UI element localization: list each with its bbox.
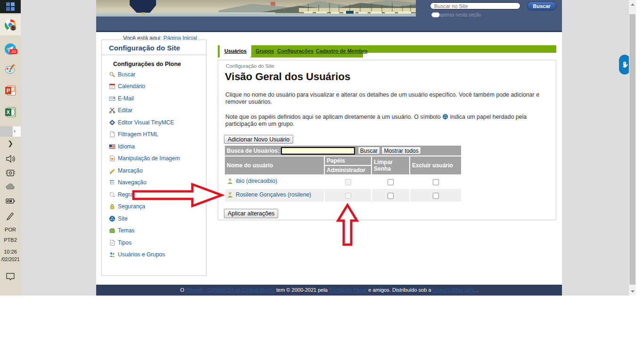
powerpoint-taskbar-button[interactable]: P	[0, 80, 21, 101]
sidebar-item-email[interactable]: E-Mail	[102, 92, 206, 105]
battery-icon[interactable]	[0, 197, 21, 206]
site-banner: Buscar apenas nesta seção	[96, 0, 562, 32]
tab-cadastro-de-membro[interactable]: Cadastro de Membro	[311, 45, 372, 58]
footer-text: O	[180, 287, 186, 293]
column-roles: Papéis	[325, 156, 371, 165]
taskbar: .21 P X	[0, 0, 21, 296]
admin-role-checkbox-ibio	[345, 179, 351, 185]
site-logo[interactable]	[130, 0, 157, 14]
apply-changes-button[interactable]: Aplicar alterações	[224, 209, 278, 218]
table-row: Rosilene Gonçalves (rosilene)	[225, 189, 461, 202]
document-icon	[109, 131, 116, 138]
footer-text: .	[475, 287, 478, 293]
rules-icon	[109, 191, 116, 198]
vertical-scrollbar[interactable]	[629, 0, 636, 296]
reset-password-checkbox-ibio[interactable]	[388, 179, 394, 185]
telegram-badge: .21	[9, 49, 17, 54]
paint-taskbar-button[interactable]	[0, 58, 21, 79]
types-icon	[109, 239, 116, 246]
clock-time[interactable]: 10:26	[0, 249, 21, 255]
user-search-row: Busca de Usuários: Buscar Mostrar todos	[225, 146, 461, 156]
paint-icon	[4, 63, 17, 75]
sidebar-item-label: Filtragem HTML	[118, 131, 158, 138]
user-name: Rosilene Gonçalves (rosilene)	[236, 191, 311, 198]
chrome-icon	[4, 18, 17, 32]
scrollbar-thumb[interactable]	[629, 14, 636, 285]
user-search-input[interactable]	[281, 147, 355, 155]
excel-taskbar-button[interactable]: X	[0, 102, 21, 123]
add-new-user-button[interactable]: Adicionar Novo Usuário	[224, 135, 293, 144]
site-search: Buscar apenas nesta seção	[430, 2, 557, 31]
notifications-icon[interactable]	[0, 272, 21, 283]
plone-page: Buscar apenas nesta seção Você está aqui…	[96, 0, 562, 296]
sidebar-item-temas[interactable]: Temas	[102, 225, 206, 237]
section-only-label: apenas nesta seção	[439, 12, 481, 17]
sidebar-item-site[interactable]: Site	[102, 213, 206, 225]
sidebar-item-calendario[interactable]: Calendário	[102, 81, 206, 93]
show-all-button[interactable]: Mostrar todos	[381, 147, 421, 155]
tablet-icon[interactable]	[0, 169, 21, 179]
footer-foundation-link[interactable]: Fundação Plone	[329, 287, 367, 293]
scroll-down-arrow[interactable]	[629, 288, 636, 295]
email-icon	[109, 95, 116, 102]
language-indicator-line2[interactable]: PTB2	[0, 237, 21, 243]
svg-text:X: X	[7, 109, 10, 115]
tab-usuarios[interactable]: Usuários	[220, 45, 251, 58]
sidebar-item-buscar[interactable]: Buscar	[102, 68, 206, 81]
users-icon	[109, 251, 116, 258]
site-footer: O Plone® - CMS/WCM de Código Aberto tem …	[96, 285, 562, 296]
sidebar-item-usuarios-e-grupos[interactable]: Usuários e Grupos	[102, 249, 206, 261]
parent-site-setup-link[interactable]: Configuração do Site	[226, 63, 274, 69]
users-table-header: Nome do usuário Papéis Limpar Senha Excl…	[225, 156, 461, 165]
footer-license-link[interactable]: Licença GNU GPL	[433, 287, 475, 293]
site-search-input[interactable]	[430, 2, 520, 9]
site-search-button[interactable]: Buscar	[527, 1, 556, 10]
hand-icon	[621, 61, 628, 68]
chrome-taskbar-button[interactable]	[0, 15, 21, 35]
sidebar-item-idioma[interactable]: Idioma	[102, 140, 206, 153]
sidebar-item-editor-visual-tinymce[interactable]: Editor Visual TinyMCE	[102, 116, 206, 129]
tinymce-icon	[109, 119, 116, 126]
taskbar-overflow[interactable]: ›	[0, 126, 21, 137]
volume-icon[interactable]	[0, 155, 21, 165]
sidebar-item-label: Editor Visual TinyMCE	[118, 119, 174, 126]
clock-date[interactable]: /02/2021	[0, 257, 21, 262]
note-paragraph: Note que os papéis definidos aqui se apl…	[225, 114, 552, 128]
chevron-right-icon[interactable]: ❯	[0, 140, 21, 147]
table-row: ibio (direcaoibio)	[225, 175, 461, 188]
user-icon	[227, 178, 233, 184]
sidebar-item-label: Usuários e Grupos	[118, 251, 165, 258]
flag-icon	[109, 143, 116, 150]
site-icon	[109, 215, 116, 222]
start-button[interactable]	[0, 0, 21, 13]
user-search-button[interactable]: Buscar	[358, 147, 380, 155]
reset-password-checkbox-rosilene[interactable]	[388, 193, 394, 199]
portlet-section-title: Configurações do Plone	[102, 55, 206, 68]
sidebar-item-marcacao[interactable]: Marcação	[102, 165, 206, 177]
sidebar-item-editar[interactable]: Editar	[102, 105, 206, 117]
pen-icon[interactable]	[0, 211, 21, 222]
user-name: ibio (direcaoibio)	[236, 178, 277, 184]
cloud-icon[interactable]	[0, 183, 21, 192]
delete-user-checkbox-ibio[interactable]	[433, 179, 439, 185]
scroll-up-arrow[interactable]	[629, 1, 636, 8]
admin-role-checkbox-rosilene	[345, 193, 351, 199]
user-link-ibio[interactable]: ibio (direcaoibio)	[227, 178, 277, 184]
sidebar-item-filtragem-html[interactable]: Filtragem HTML	[102, 129, 206, 141]
portlet-title: Configuração do Site	[102, 40, 206, 55]
page-title: Visão Geral dos Usuários	[225, 71, 350, 83]
footer-text: tem © 2000-2021 pela	[275, 287, 329, 293]
user-link-rosilene[interactable]: Rosilene Gonçalves (rosilene)	[227, 191, 311, 198]
sidebar-item-label: Tipos	[118, 239, 132, 246]
scissors-icon	[109, 107, 116, 114]
footer-plone-link[interactable]: Plone® - CMS/WCM de Código Aberto	[186, 287, 275, 293]
sidebar-item-manipulacao-de-imagem[interactable]: Manipulação de Imagem	[102, 153, 206, 165]
navigation-icon	[109, 179, 116, 186]
delete-user-checkbox-rosilene[interactable]	[433, 193, 439, 199]
note-text-before: Note que os papéis definidos aqui se apl…	[225, 114, 441, 120]
sidebar-item-tipos[interactable]: Tipos	[102, 237, 206, 249]
main-content: Configuração do Site Visão Geral dos Usu…	[218, 60, 556, 220]
sidebar-item-label: Site	[118, 215, 128, 222]
portlet-item-list: Buscar Calendário E-Mail Editar Editor V…	[102, 68, 206, 261]
language-indicator-line1[interactable]: POR	[0, 227, 21, 232]
